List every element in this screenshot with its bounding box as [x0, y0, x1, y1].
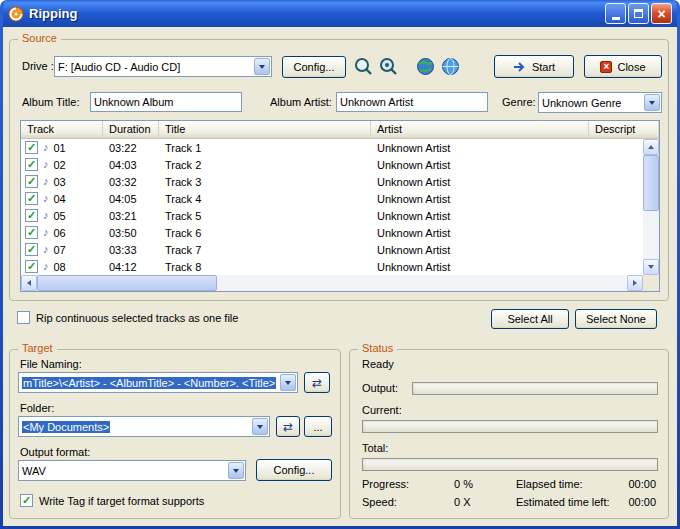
- cd-search-icon[interactable]: [379, 57, 398, 76]
- write-tag-option[interactable]: ✓ Write Tag if target format supports: [20, 494, 204, 507]
- table-row[interactable]: ✓ ♪ 04 04:05 Track 4 Unknown Artist: [21, 190, 643, 207]
- chevron-down-icon[interactable]: [644, 94, 660, 111]
- scroll-down-icon[interactable]: [643, 259, 659, 275]
- album-artist-label: Album Artist:: [270, 96, 332, 108]
- horizontal-scrollbar[interactable]: [21, 275, 643, 291]
- format-config-button[interactable]: Config...: [256, 459, 332, 481]
- rip-continuous-label: Rip continuous selected tracks as one fi…: [36, 312, 238, 324]
- track-checkbox[interactable]: ✓: [25, 260, 38, 273]
- rip-continuous-option[interactable]: Rip continuous selected tracks as one fi…: [17, 311, 238, 324]
- file-naming-select[interactable]: mTitle>\<Artist> - <AlbumTitle> - <Numbe…: [18, 372, 298, 393]
- window-close-button[interactable]: ×: [651, 3, 672, 24]
- current-progress-bar: [362, 420, 658, 433]
- progress-label: Progress:: [362, 478, 409, 490]
- track-table-header[interactable]: Track Duration Title Artist Descript: [21, 121, 659, 139]
- track-number: 05: [54, 210, 66, 222]
- minimize-button[interactable]: [605, 3, 626, 24]
- output-format-value: WAV: [22, 465, 46, 477]
- browse-folder-button[interactable]: ...: [304, 416, 332, 437]
- track-checkbox[interactable]: ✓: [25, 141, 38, 154]
- output-format-select[interactable]: WAV: [18, 460, 246, 481]
- track-number: 02: [54, 159, 66, 171]
- folder-select[interactable]: <My Documents>: [18, 416, 270, 437]
- track-number: 04: [54, 193, 66, 205]
- file-naming-refresh-button[interactable]: ⇄: [304, 372, 330, 393]
- genre-select[interactable]: Unknown Genre: [538, 92, 662, 113]
- music-note-icon: ♪: [43, 159, 49, 170]
- cd-lookup-icon[interactable]: [354, 57, 373, 76]
- file-naming-value: mTitle>\<Artist> - <AlbumTitle> - <Numbe…: [22, 377, 276, 389]
- table-row[interactable]: ✓ ♪ 06 03:50 Track 6 Unknown Artist: [21, 224, 643, 241]
- col-description[interactable]: Descript: [589, 121, 659, 138]
- drive-label: Drive :: [22, 60, 54, 72]
- check-icon: ✓: [27, 176, 36, 187]
- scroll-left-icon[interactable]: [21, 275, 37, 291]
- chevron-down-icon[interactable]: [280, 374, 296, 391]
- table-row[interactable]: ✓ ♪ 07 03:33 Track 7 Unknown Artist: [21, 241, 643, 258]
- col-track[interactable]: Track: [21, 121, 103, 138]
- track-checkbox[interactable]: ✓: [25, 243, 38, 256]
- horizontal-scroll-thumb[interactable]: [37, 275, 217, 291]
- source-config-button[interactable]: Config...: [282, 56, 346, 78]
- start-button[interactable]: Start: [494, 55, 574, 78]
- drive-select[interactable]: F: [Audio CD - Audio CD]: [54, 56, 272, 77]
- maximize-button[interactable]: [628, 3, 649, 24]
- table-row[interactable]: ✓ ♪ 03 03:32 Track 3 Unknown Artist: [21, 173, 643, 190]
- write-tag-checkbox[interactable]: ✓: [20, 494, 33, 507]
- write-tag-label: Write Tag if target format supports: [39, 495, 204, 507]
- ripping-window: Ripping × Source Drive : F: [Audio CD - …: [0, 0, 680, 529]
- select-none-button[interactable]: Select None: [575, 309, 657, 329]
- scroll-right-icon[interactable]: [627, 275, 643, 291]
- source-group-label: Source: [18, 32, 61, 44]
- track-number: 08: [54, 261, 66, 273]
- select-all-button[interactable]: Select All: [491, 309, 569, 329]
- album-artist-input[interactable]: Unknown Artist: [336, 92, 488, 112]
- vertical-scrollbar[interactable]: [643, 139, 659, 275]
- col-duration[interactable]: Duration: [103, 121, 159, 138]
- chevron-down-icon[interactable]: [252, 418, 268, 435]
- track-checkbox[interactable]: ✓: [25, 158, 38, 171]
- chevron-down-icon[interactable]: [254, 58, 270, 75]
- file-naming-label: File Naming:: [20, 358, 82, 370]
- track-title: Track 2: [159, 159, 371, 171]
- track-table: Track Duration Title Artist Descript ✓ ♪…: [20, 120, 660, 292]
- check-icon: ✓: [22, 495, 31, 506]
- folder-refresh-button[interactable]: ⇄: [276, 416, 300, 437]
- chevron-down-icon[interactable]: [228, 462, 244, 479]
- table-row[interactable]: ✓ ♪ 05 03:21 Track 5 Unknown Artist: [21, 207, 643, 224]
- track-artist: Unknown Artist: [371, 227, 589, 239]
- source-group: Source Drive : F: [Audio CD - Audio CD] …: [9, 39, 669, 301]
- col-title[interactable]: Title: [159, 121, 371, 138]
- table-row[interactable]: ✓ ♪ 08 04:12 Track 8 Unknown Artist: [21, 258, 643, 275]
- web-globe-icon[interactable]: [416, 57, 435, 76]
- table-row[interactable]: ✓ ♪ 01 03:22 Track 1 Unknown Artist: [21, 139, 643, 156]
- album-title-input[interactable]: Unknown Album: [90, 92, 242, 112]
- music-note-icon: ♪: [43, 193, 49, 204]
- rip-continuous-checkbox[interactable]: [17, 311, 30, 324]
- track-checkbox[interactable]: ✓: [25, 192, 38, 205]
- check-icon: ✓: [27, 210, 36, 221]
- close-button[interactable]: × Close: [584, 55, 662, 78]
- online-lookup-icon[interactable]: [441, 57, 460, 76]
- folder-value: <My Documents>: [22, 421, 110, 433]
- track-title: Track 5: [159, 210, 371, 222]
- scroll-up-icon[interactable]: [643, 139, 659, 155]
- table-row[interactable]: ✓ ♪ 02 04:03 Track 2 Unknown Artist: [21, 156, 643, 173]
- output-progress-label: Output:: [362, 382, 398, 394]
- total-progress-label: Total:: [362, 442, 388, 454]
- eta-label: Estimated time left:: [516, 496, 610, 508]
- target-group-label: Target: [18, 342, 57, 354]
- track-checkbox[interactable]: ✓: [25, 175, 38, 188]
- track-duration: 03:32: [103, 176, 159, 188]
- track-checkbox[interactable]: ✓: [25, 209, 38, 222]
- col-artist[interactable]: Artist: [371, 121, 589, 138]
- album-title-label: Album Title:: [22, 96, 79, 108]
- track-artist: Unknown Artist: [371, 176, 589, 188]
- track-checkbox[interactable]: ✓: [25, 226, 38, 239]
- track-title: Track 3: [159, 176, 371, 188]
- check-icon: ✓: [27, 142, 36, 153]
- track-title: Track 7: [159, 244, 371, 256]
- vertical-scroll-thumb[interactable]: [643, 155, 659, 211]
- status-state: Ready: [362, 358, 394, 370]
- track-artist: Unknown Artist: [371, 210, 589, 222]
